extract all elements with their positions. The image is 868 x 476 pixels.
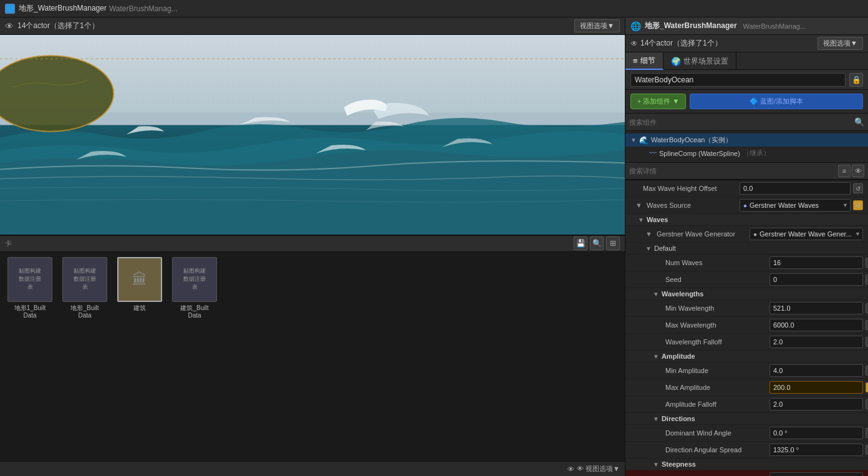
prop-input-seed[interactable]	[769, 273, 863, 286]
prop-reset-max-amplitude[interactable]: ↺	[866, 382, 868, 392]
prop-input-dominant-wind-angle[interactable]	[769, 427, 863, 439]
prop-label-num-waves: Num Waves	[660, 259, 769, 266]
prop-input-direction-angular-spread[interactable]	[769, 444, 863, 456]
prop-input-min-wavelength[interactable]	[769, 302, 863, 314]
section-directions[interactable]: ▼ Directions	[625, 413, 868, 425]
add-component-button[interactable]: + 添加组件 ▼	[630, 94, 686, 109]
tab-world[interactable]: 🌍 世界场景设置	[663, 52, 736, 70]
asset-item-selected[interactable]: 🏛 建筑	[115, 257, 165, 457]
view-options-button[interactable]: 视图选项▼	[574, 19, 620, 32]
prop-value-max-amplitude: ↺	[769, 381, 868, 394]
viewport-panel: 👁 14个actor（选择了1个） 视图选项▼	[0, 17, 625, 476]
asset-thumb: 贴图构建数据注册表	[7, 257, 52, 302]
right-panel-subtitle: WaterBrushManag...	[743, 22, 806, 30]
prop-value-wavelength-falloff: ↺	[769, 336, 868, 348]
prop-reset-min-amplitude[interactable]: ↺	[866, 366, 868, 376]
prop-row-small-wave-steepness: Small Wave Steepness	[625, 470, 868, 476]
prop-reset-direction-angular-spread[interactable]: ↺	[866, 445, 868, 455]
tree-item-waterbodyocean[interactable]: ▼ 🌊 WaterBodyOcean（实例）	[625, 134, 868, 147]
asset-item[interactable]: 贴图构建数据注册表 建筑_BuiltData	[170, 257, 219, 457]
prop-reset-max-wavelength[interactable]: ↺	[866, 320, 868, 330]
prop-row-max-amplitude: Max Amplitude ↺	[625, 379, 868, 396]
prop-input-max-amplitude[interactable]	[769, 381, 863, 394]
tab-detail-label: 细节	[640, 56, 655, 66]
eye-icon: 👁	[5, 21, 14, 31]
spline-icon: 〰	[649, 149, 657, 158]
grid-button[interactable]: ⊞	[606, 236, 620, 250]
prop-label-gerstner: ▼ Gerstner Wave Generator	[640, 230, 750, 238]
prop-value-gerstner: ● Gerstner Water Wave Gener... ▼	[750, 228, 863, 240]
actor-count-text: 14个actor（选择了1个）	[17, 21, 574, 31]
prop-label-dominant-wind-angle: Dominant Wind Angle	[660, 429, 769, 437]
detail-icon: ≡	[633, 56, 638, 66]
bottom-view-options-button[interactable]: 👁 👁 视图选项▼	[567, 464, 620, 474]
prop-input-num-waves[interactable]	[769, 256, 863, 269]
details-search-input[interactable]	[629, 167, 836, 175]
bottom-view-options-label: 👁 视图选项▼	[577, 464, 620, 474]
section-waves[interactable]: ▼ Waves	[625, 214, 868, 226]
section-default[interactable]: ▼ Default	[625, 243, 868, 255]
tree-item-splinecomp[interactable]: 〰 SplineComp (WaterSpline) （继承）	[625, 147, 868, 160]
prop-reset-seed[interactable]: ↺	[866, 274, 868, 284]
prop-input-wavelength-falloff[interactable]	[769, 336, 863, 348]
asset-label: 地形_BuiltData	[70, 304, 99, 319]
section-steepness[interactable]: ▼ Steepness	[625, 459, 868, 470]
world-icon: 🌍	[671, 57, 681, 66]
section-amplitude[interactable]: ▼ Amplitude	[625, 351, 868, 362]
prop-reset-max-wave-height[interactable]: ↺	[853, 183, 863, 193]
entity-name-input[interactable]	[630, 73, 846, 87]
asset-item[interactable]: 贴图构建数据注册表 地形_BuiltData	[60, 257, 110, 457]
section-amplitude-title: Amplitude	[662, 352, 695, 360]
prop-reset-num-waves[interactable]: ↺	[866, 258, 868, 268]
blueprint-label: 🔷 蓝图/添加脚本	[750, 97, 803, 106]
asset-label: 建筑	[133, 304, 146, 312]
prop-reset-waves-source[interactable]: ↺	[853, 200, 863, 210]
prop-row-wavelength-falloff: Wavelength Falloff ↺	[625, 334, 868, 351]
component-search-icon[interactable]: 🔍	[854, 117, 864, 127]
save-button[interactable]: 💾	[574, 236, 587, 250]
view-options-label-2: 视图选项▼	[823, 39, 857, 48]
prop-input-min-amplitude[interactable]	[769, 364, 863, 377]
search-button[interactable]: 🔍	[590, 236, 604, 250]
prop-value-min-amplitude: ↺	[769, 364, 868, 377]
component-search-input[interactable]	[629, 119, 852, 126]
prop-input-small-wave-steepness[interactable]	[769, 472, 863, 476]
blueprint-button[interactable]: 🔷 蓝图/添加脚本	[690, 94, 863, 109]
tab-detail[interactable]: ≡ 细节	[625, 52, 663, 70]
view-options-button-2[interactable]: 视图选项▼	[817, 37, 863, 50]
prop-row-max-wave-height: Max Wave Height Offset ↺	[625, 180, 868, 197]
prop-value-waves-source: ● Gerstner Water Waves Gerstner Water Wa…	[740, 199, 863, 211]
component-search-bar: 🔍	[625, 114, 868, 131]
tree-sub-splinecomp: （继承）	[743, 148, 770, 158]
prop-row-amplitude-falloff: Amplitude Falloff ↺	[625, 396, 868, 413]
section-wavelengths[interactable]: ▼ Wavelengths	[625, 288, 868, 300]
eye-icon: 👁	[567, 465, 574, 473]
prop-row-seed: Seed ↺	[625, 271, 868, 288]
lock-button[interactable]: 🔒	[849, 73, 863, 87]
prop-label-amplitude-falloff: Amplitude Falloff	[660, 401, 769, 408]
list-view-button[interactable]: ≡	[838, 165, 851, 177]
prop-value-small-wave-steepness	[769, 472, 863, 476]
viewport[interactable]	[0, 35, 625, 235]
prop-reset-wavelength-falloff[interactable]: ↺	[866, 337, 868, 347]
prop-input-amplitude-falloff[interactable]	[769, 398, 863, 410]
prop-reset-amplitude-falloff[interactable]: ↺	[866, 399, 868, 409]
prop-row-gerstner: ▼ Gerstner Wave Generator ● Gerstner Wat…	[625, 226, 868, 243]
top-bar: 🌐 地形_WaterBrushManager WaterBrushManag..…	[0, 0, 868, 17]
asset-toolbar-right: 💾 🔍 ⊞	[574, 236, 620, 250]
asset-item[interactable]: 贴图构建数据注册表 地形1_BuiltData	[5, 257, 55, 457]
prop-input-max-wavelength[interactable]	[769, 319, 863, 331]
prop-value-num-waves: ↺	[769, 256, 868, 269]
eye-view-button[interactable]: 👁	[852, 165, 864, 177]
right-panel-title: 地形_WaterBrushManager	[645, 21, 737, 31]
tree-arrow: ▼	[630, 137, 637, 143]
waves-arrow-icon: ▼	[638, 216, 644, 223]
prop-reset-dominant-wind-angle[interactable]: ↺	[866, 428, 868, 438]
prop-input-max-wave-height[interactable]	[740, 182, 851, 195]
section-wavelengths-title: Wavelengths	[662, 290, 703, 298]
gerstner-wrapper: ● Gerstner Water Wave Gener... ▼	[750, 228, 863, 240]
prop-row-waves-source: ▼ Waves Source ● Gerstner Water Waves Ge…	[625, 197, 868, 214]
prop-reset-min-wavelength[interactable]: ↺	[866, 303, 868, 313]
ocean-render	[0, 35, 625, 235]
section-waves-title: Waves	[647, 216, 668, 223]
